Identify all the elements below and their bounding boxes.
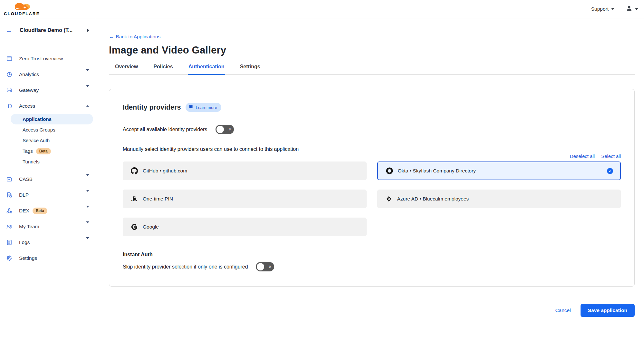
access-icon xyxy=(6,103,13,109)
tab-bar: Overview Policies Authentication Setting… xyxy=(109,64,635,75)
select-all-link[interactable]: Select all xyxy=(601,153,621,159)
document-lock-icon xyxy=(6,192,13,198)
back-arrow-icon[interactable]: ← xyxy=(6,27,13,34)
support-label: Support xyxy=(591,6,609,12)
chevron-down-icon xyxy=(86,221,89,232)
page-title: Image and Video Gallery xyxy=(109,44,635,56)
sidebar-item-label: Applications xyxy=(23,116,52,122)
topbar: CLOUDFLARE Support xyxy=(0,0,644,18)
manual-select-text: Manually select identity providers users… xyxy=(123,146,621,152)
provider-tile-okta[interactable]: Okta • Skyflash Company Directory xyxy=(377,161,621,180)
tab-settings[interactable]: Settings xyxy=(239,64,261,74)
box-check-icon xyxy=(6,176,13,182)
sidebar-item-dlp[interactable]: DLP xyxy=(0,187,96,203)
provider-tile-azure-ad[interactable]: Azure AD • Bluecalm employees xyxy=(377,190,621,208)
instant-auth-heading: Instant Auth xyxy=(123,252,621,258)
otp-stars: **** xyxy=(131,201,138,202)
account-name: Cloudflare Demo (T... xyxy=(20,27,80,33)
support-menu[interactable]: Support xyxy=(591,6,614,12)
sidebar-item-applications[interactable]: Applications xyxy=(11,114,93,124)
footer-actions: Cancel Save application xyxy=(109,304,635,317)
chevron-down-icon xyxy=(86,190,89,200)
sidebar-item-dex[interactable]: DEX Beta xyxy=(0,203,96,219)
document-list-icon xyxy=(6,239,13,246)
sidebar-item-my-team[interactable]: My Team xyxy=(0,219,96,234)
account-switcher[interactable]: ← Cloudflare Demo (T... xyxy=(0,18,96,42)
chevron-down-icon xyxy=(635,8,638,10)
chevron-down-icon xyxy=(86,206,89,216)
browser-window-icon xyxy=(6,55,13,62)
sidebar: ← Cloudflare Demo (T... Zero Trust overv… xyxy=(0,18,96,342)
google-icon xyxy=(131,224,138,230)
beta-badge: Beta xyxy=(33,208,47,214)
provider-tiles: GitHub • github.com Okta • Skyflash Comp… xyxy=(123,161,621,236)
footer-divider xyxy=(109,299,635,299)
chevron-down-icon xyxy=(611,8,614,10)
sidebar-item-access-groups[interactable]: Access Groups xyxy=(0,124,96,135)
cloudflare-cloud-icon xyxy=(11,2,33,12)
back-arrow-icon: ← xyxy=(109,34,114,40)
accept-all-toggle[interactable]: ✕ xyxy=(216,125,234,134)
provider-tile-google[interactable]: Google xyxy=(123,218,367,236)
sidebar-item-tags[interactable]: Tags Beta xyxy=(0,146,96,156)
provider-tile-one-time-pin[interactable]: **** One-time PIN xyxy=(123,190,367,208)
sidebar-item-label: Service Auth xyxy=(23,138,50,143)
sidebar-item-label: Settings xyxy=(19,255,37,261)
sidebar-item-service-auth[interactable]: Service Auth xyxy=(0,135,96,146)
sidebar-item-logs[interactable]: Logs xyxy=(0,234,96,250)
chevron-right-icon xyxy=(87,29,89,32)
sidebar-item-settings[interactable]: Settings xyxy=(0,250,96,266)
chevron-down-icon xyxy=(86,69,89,80)
provider-tile-github[interactable]: GitHub • github.com xyxy=(123,161,367,180)
main-content: ← Back to Applications Image and Video G… xyxy=(96,18,644,342)
sidebar-item-label: DLP xyxy=(19,192,29,198)
sidebar-item-label: Access xyxy=(19,103,35,109)
user-menu[interactable] xyxy=(626,5,638,13)
sidebar-item-label: Logs xyxy=(19,239,30,245)
sidebar-item-label: Zero Trust overview xyxy=(19,56,63,62)
sidebar-item-label: Analytics xyxy=(19,72,39,77)
tab-authentication[interactable]: Authentication xyxy=(188,64,225,74)
user-icon xyxy=(626,5,632,13)
okta-icon xyxy=(386,167,393,174)
sidebar-item-zero-trust-overview[interactable]: Zero Trust overview xyxy=(0,51,96,66)
accept-all-label: Accept all available identity providers xyxy=(123,127,207,132)
cloudflare-wordmark: CLOUDFLARE xyxy=(4,11,40,16)
toggle-x-icon: ✕ xyxy=(268,265,272,269)
sidebar-item-label: CASB xyxy=(19,176,33,182)
network-icon xyxy=(6,208,13,214)
sidebar-item-casb[interactable]: CASB xyxy=(0,171,96,187)
sidebar-item-label: Gateway xyxy=(19,87,39,93)
chevron-down-icon xyxy=(86,85,89,95)
beta-badge: Beta xyxy=(36,148,51,154)
learn-more-badge[interactable]: Learn more xyxy=(186,103,221,112)
chevron-down-icon xyxy=(86,237,89,248)
toggle-knob xyxy=(216,126,224,133)
gear-icon xyxy=(6,255,13,261)
cloudflare-logo[interactable]: CLOUDFLARE xyxy=(4,2,40,16)
one-time-pin-icon: **** xyxy=(131,196,138,202)
sidebar-item-gateway[interactable]: Gateway xyxy=(0,82,96,98)
tab-overview[interactable]: Overview xyxy=(114,64,139,74)
deselect-all-link[interactable]: Deselect all xyxy=(570,153,595,159)
instant-auth-toggle[interactable]: ✕ xyxy=(256,262,274,271)
tab-policies[interactable]: Policies xyxy=(153,64,173,74)
sidebar-item-access[interactable]: Access xyxy=(0,98,96,114)
people-icon xyxy=(6,223,13,230)
identity-providers-card: Identity providers Learn more Accept all… xyxy=(109,89,635,287)
cancel-button[interactable]: Cancel xyxy=(555,308,571,313)
sidebar-item-tunnels[interactable]: Tunnels xyxy=(0,156,96,167)
sidebar-item-label: DEX xyxy=(19,208,29,214)
card-title: Identity providers xyxy=(123,103,181,112)
pie-chart-icon xyxy=(6,71,13,78)
save-application-button[interactable]: Save application xyxy=(581,304,635,317)
selected-check-icon xyxy=(607,168,613,174)
gateway-icon xyxy=(6,87,13,93)
back-to-applications-link[interactable]: ← Back to Applications xyxy=(109,34,160,40)
azure-ad-icon xyxy=(385,195,392,202)
chevron-down-icon xyxy=(86,174,89,184)
github-icon xyxy=(131,167,138,174)
sidebar-item-analytics[interactable]: Analytics xyxy=(0,66,96,82)
toggle-knob xyxy=(257,263,264,270)
chevron-up-icon xyxy=(86,105,89,107)
